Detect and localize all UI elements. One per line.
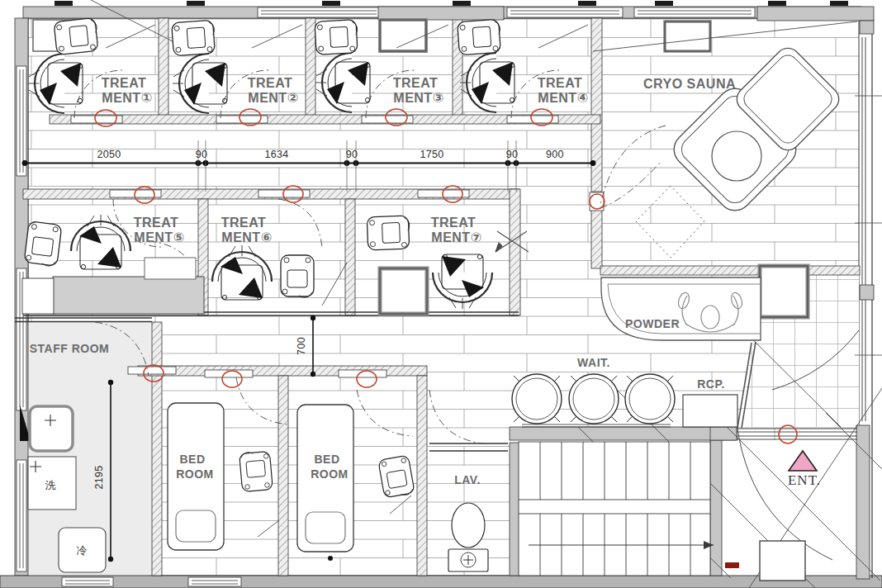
toilet-lav [448,503,488,571]
label-treatment4-line2: MENT④ [538,91,588,105]
floor-plan-canvas: 2050 90 1634 90 1750 90 900 700 2195 TRE… [0,0,882,588]
top-right-wall [757,7,874,21]
dim-700: 700 [296,337,307,355]
dim-90b: 90 [346,149,358,160]
label-ent: ENT. [788,472,821,488]
staff-sink [30,406,73,451]
wall-t2-t3 [306,18,315,116]
wall-staff-bedroom1 [152,322,162,576]
bottom-wall [0,576,882,588]
floor-plan-svg: 2050 90 1634 90 1750 90 900 700 2195 TRE… [0,0,882,588]
powder-top-wall-left [600,266,760,275]
dim-90c: 90 [506,149,519,160]
wait-stool-1 [512,374,562,424]
trolley-t7 [367,216,410,250]
trolley-t5 [24,221,62,268]
label-treatment3-line2: MENT③ [393,91,443,105]
label-powder: POWDER [625,317,680,330]
trolley-t6 [281,255,314,297]
dim-900: 900 [546,149,564,160]
duct-box-2 [665,21,710,51]
left-windows [17,66,26,571]
wall-bedroom2-lav [417,376,427,576]
t7-shampoo-unit [380,268,427,314]
dim-2050: 2050 [97,149,121,160]
label-treatment5-line1: TREAT [134,216,179,230]
wall-corridor-cryo [591,208,602,268]
dim-2195: 2195 [93,465,105,489]
label-treatment5-line2: MENT⑤ [134,230,184,244]
label-treatment7-line2: MENT⑦ [431,230,481,244]
label-treatment2-line2: MENT② [248,91,298,105]
label-treatment1-line2: MENT① [102,91,152,105]
wall-t6-t7 [345,199,355,315]
corridor-dot [328,556,333,561]
label-treatment4-line1: TREAT [538,76,583,90]
dim-1750: 1750 [420,149,443,160]
label-treatment3-line1: TREAT [393,76,439,90]
label-bedroom2-line2: ROOM [311,467,349,481]
label-wait: WAIT. [577,356,610,369]
column-powder [760,266,808,317]
trolley-bedroom1 [239,450,273,491]
reception-desk [683,395,737,427]
stairs-right-wall [710,440,722,576]
staircase [519,442,714,576]
stairs-top-wall [510,427,737,440]
label-treatment6-line2: MENT⑥ [221,230,272,244]
cryo-machine-hatch [712,131,761,181]
wall-bedroom1-bedroom2 [278,376,288,576]
powder-top-wall-right [808,266,860,275]
door-stop-mark [725,562,739,568]
label-fridge: 冷 [77,544,88,557]
label-treatment7-line1: TREAT [431,216,477,230]
wait-stool-3 [625,374,675,424]
trolley-bedroom2 [378,455,415,499]
label-treatment2-line1: TREAT [248,76,293,90]
trolley-t1 [54,17,99,55]
dim-1634: 1634 [264,149,288,160]
wall-t1-t2 [159,18,168,116]
label-washer: 洗 [45,479,56,491]
trolley-t2 [172,20,216,55]
entrance-wall-block [710,427,737,440]
label-treatment1-line1: TREAT [102,76,147,90]
label-staff-room: STAFF ROOM [30,342,110,355]
label-bedroom1-line1: BED [179,453,205,466]
label-treatment6-line1: TREAT [221,216,267,230]
label-rcp: RCP. [697,377,725,391]
label-lav: LAV. [454,473,481,486]
label-bedroom2-line1: BED [314,453,339,466]
label-bedroom1-line2: ROOM [176,467,214,481]
wait-stool-2 [569,374,619,424]
trolley-t3 [315,20,358,55]
label-cryo-sauna: CRYO SAUNA [643,77,736,91]
dim-90a: 90 [196,149,208,160]
entrance-pillar [760,541,805,581]
duct-box-1 [380,20,426,51]
header-above-corridor [378,7,504,20]
trolley-t4 [458,19,502,55]
wall-t7-corridor [510,189,520,315]
